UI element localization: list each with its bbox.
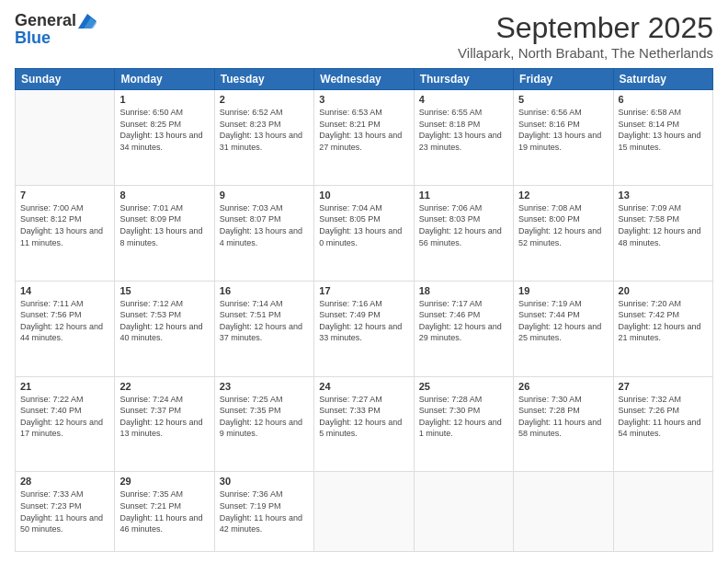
day-number: 6 bbox=[619, 94, 708, 105]
calendar-cell: 26Sunrise: 7:30 AMSunset: 7:28 PMDayligh… bbox=[514, 376, 613, 472]
cell-info: Sunrise: 7:03 AMSunset: 8:07 PMDaylight:… bbox=[220, 202, 309, 248]
col-header-friday: Friday bbox=[514, 69, 613, 90]
day-number: 29 bbox=[119, 476, 209, 487]
logo-icon bbox=[78, 14, 97, 29]
calendar-week-3: 14Sunrise: 7:11 AMSunset: 7:56 PMDayligh… bbox=[16, 281, 713, 376]
day-number: 11 bbox=[419, 190, 508, 201]
day-number: 30 bbox=[220, 476, 309, 487]
calendar-cell: 30Sunrise: 7:36 AMSunset: 7:19 PMDayligh… bbox=[214, 472, 313, 552]
cell-info: Sunrise: 6:58 AMSunset: 8:14 PMDaylight:… bbox=[619, 107, 708, 153]
col-header-wednesday: Wednesday bbox=[314, 69, 414, 90]
calendar-cell bbox=[16, 90, 115, 186]
cell-info: Sunrise: 7:16 AMSunset: 7:49 PMDaylight:… bbox=[319, 298, 408, 344]
day-number: 15 bbox=[119, 285, 209, 296]
day-number: 13 bbox=[619, 190, 708, 201]
calendar-header-row: SundayMondayTuesdayWednesdayThursdayFrid… bbox=[16, 69, 713, 90]
logo: General Blue bbox=[15, 11, 97, 48]
day-number: 14 bbox=[20, 285, 109, 296]
cell-info: Sunrise: 7:17 AMSunset: 7:46 PMDaylight:… bbox=[419, 298, 508, 344]
location: Villapark, North Brabant, The Netherland… bbox=[458, 45, 713, 61]
calendar-cell: 29Sunrise: 7:35 AMSunset: 7:21 PMDayligh… bbox=[115, 472, 214, 552]
calendar-cell: 13Sunrise: 7:09 AMSunset: 7:58 PMDayligh… bbox=[613, 185, 712, 281]
calendar-cell: 16Sunrise: 7:14 AMSunset: 7:51 PMDayligh… bbox=[214, 281, 313, 376]
calendar-cell: 17Sunrise: 7:16 AMSunset: 7:49 PMDayligh… bbox=[314, 281, 414, 376]
calendar-cell: 20Sunrise: 7:20 AMSunset: 7:42 PMDayligh… bbox=[613, 281, 712, 376]
day-number: 28 bbox=[20, 476, 109, 487]
cell-info: Sunrise: 7:09 AMSunset: 7:58 PMDaylight:… bbox=[619, 202, 708, 248]
cell-info: Sunrise: 7:22 AMSunset: 7:40 PMDaylight:… bbox=[20, 394, 109, 440]
col-header-thursday: Thursday bbox=[414, 69, 513, 90]
calendar-cell: 23Sunrise: 7:25 AMSunset: 7:35 PMDayligh… bbox=[214, 376, 313, 472]
day-number: 12 bbox=[518, 190, 608, 201]
calendar-cell: 18Sunrise: 7:17 AMSunset: 7:46 PMDayligh… bbox=[414, 281, 513, 376]
day-number: 4 bbox=[419, 94, 508, 105]
day-number: 7 bbox=[20, 190, 109, 201]
calendar-cell bbox=[613, 472, 712, 552]
col-header-saturday: Saturday bbox=[613, 69, 712, 90]
cell-info: Sunrise: 7:00 AMSunset: 8:12 PMDaylight:… bbox=[20, 202, 109, 248]
cell-info: Sunrise: 7:01 AMSunset: 8:09 PMDaylight:… bbox=[119, 202, 209, 248]
calendar-cell: 9Sunrise: 7:03 AMSunset: 8:07 PMDaylight… bbox=[214, 185, 313, 281]
calendar-cell: 2Sunrise: 6:52 AMSunset: 8:23 PMDaylight… bbox=[214, 90, 313, 186]
calendar-cell: 27Sunrise: 7:32 AMSunset: 7:26 PMDayligh… bbox=[613, 376, 712, 472]
calendar-cell: 6Sunrise: 6:58 AMSunset: 8:14 PMDaylight… bbox=[613, 90, 712, 186]
calendar-cell: 19Sunrise: 7:19 AMSunset: 7:44 PMDayligh… bbox=[514, 281, 613, 376]
day-number: 20 bbox=[619, 285, 708, 296]
cell-info: Sunrise: 6:50 AMSunset: 8:25 PMDaylight:… bbox=[119, 107, 209, 153]
calendar-cell: 4Sunrise: 6:55 AMSunset: 8:18 PMDaylight… bbox=[414, 90, 513, 186]
calendar-cell: 8Sunrise: 7:01 AMSunset: 8:09 PMDaylight… bbox=[115, 185, 214, 281]
cell-info: Sunrise: 6:53 AMSunset: 8:21 PMDaylight:… bbox=[319, 107, 408, 153]
cell-info: Sunrise: 6:52 AMSunset: 8:23 PMDaylight:… bbox=[220, 107, 309, 153]
day-number: 8 bbox=[119, 190, 209, 201]
cell-info: Sunrise: 7:30 AMSunset: 7:28 PMDaylight:… bbox=[518, 394, 608, 440]
calendar-cell: 24Sunrise: 7:27 AMSunset: 7:33 PMDayligh… bbox=[314, 376, 414, 472]
cell-info: Sunrise: 7:28 AMSunset: 7:30 PMDaylight:… bbox=[419, 394, 508, 440]
cell-info: Sunrise: 7:12 AMSunset: 7:53 PMDaylight:… bbox=[119, 298, 209, 344]
cell-info: Sunrise: 7:33 AMSunset: 7:23 PMDaylight:… bbox=[20, 488, 109, 534]
calendar-week-2: 7Sunrise: 7:00 AMSunset: 8:12 PMDaylight… bbox=[16, 185, 713, 281]
day-number: 5 bbox=[518, 94, 608, 105]
day-number: 17 bbox=[319, 285, 408, 296]
calendar-cell: 28Sunrise: 7:33 AMSunset: 7:23 PMDayligh… bbox=[16, 472, 115, 552]
calendar-table: SundayMondayTuesdayWednesdayThursdayFrid… bbox=[15, 68, 713, 552]
cell-info: Sunrise: 7:14 AMSunset: 7:51 PMDaylight:… bbox=[220, 298, 309, 344]
cell-info: Sunrise: 7:19 AMSunset: 7:44 PMDaylight:… bbox=[518, 298, 608, 344]
day-number: 21 bbox=[20, 381, 109, 392]
calendar-cell bbox=[514, 472, 613, 552]
col-header-sunday: Sunday bbox=[16, 69, 115, 90]
day-number: 3 bbox=[319, 94, 408, 105]
calendar-week-5: 28Sunrise: 7:33 AMSunset: 7:23 PMDayligh… bbox=[16, 472, 713, 552]
logo-general: General bbox=[15, 11, 76, 30]
day-number: 1 bbox=[119, 94, 209, 105]
title-block: September 2025 Villapark, North Brabant,… bbox=[458, 11, 713, 61]
col-header-tuesday: Tuesday bbox=[214, 69, 313, 90]
calendar-cell: 11Sunrise: 7:06 AMSunset: 8:03 PMDayligh… bbox=[414, 185, 513, 281]
cell-info: Sunrise: 7:04 AMSunset: 8:05 PMDaylight:… bbox=[319, 202, 408, 248]
cell-info: Sunrise: 7:20 AMSunset: 7:42 PMDaylight:… bbox=[619, 298, 708, 344]
col-header-monday: Monday bbox=[115, 69, 214, 90]
cell-info: Sunrise: 7:24 AMSunset: 7:37 PMDaylight:… bbox=[119, 394, 209, 440]
cell-info: Sunrise: 7:27 AMSunset: 7:33 PMDaylight:… bbox=[319, 394, 408, 440]
calendar-cell bbox=[414, 472, 513, 552]
cell-info: Sunrise: 7:36 AMSunset: 7:19 PMDaylight:… bbox=[220, 488, 309, 534]
month-title: September 2025 bbox=[458, 11, 713, 45]
calendar-week-4: 21Sunrise: 7:22 AMSunset: 7:40 PMDayligh… bbox=[16, 376, 713, 472]
cell-info: Sunrise: 7:06 AMSunset: 8:03 PMDaylight:… bbox=[419, 202, 508, 248]
day-number: 26 bbox=[518, 381, 608, 392]
calendar-cell: 3Sunrise: 6:53 AMSunset: 8:21 PMDaylight… bbox=[314, 90, 414, 186]
cell-info: Sunrise: 7:25 AMSunset: 7:35 PMDaylight:… bbox=[220, 394, 309, 440]
cell-info: Sunrise: 7:35 AMSunset: 7:21 PMDaylight:… bbox=[119, 488, 209, 534]
cell-info: Sunrise: 7:11 AMSunset: 7:56 PMDaylight:… bbox=[20, 298, 109, 344]
day-number: 19 bbox=[518, 285, 608, 296]
day-number: 23 bbox=[220, 381, 309, 392]
calendar-week-1: 1Sunrise: 6:50 AMSunset: 8:25 PMDaylight… bbox=[16, 90, 713, 186]
calendar-cell: 1Sunrise: 6:50 AMSunset: 8:25 PMDaylight… bbox=[115, 90, 214, 186]
day-number: 24 bbox=[319, 381, 408, 392]
calendar-cell: 25Sunrise: 7:28 AMSunset: 7:30 PMDayligh… bbox=[414, 376, 513, 472]
calendar-cell: 5Sunrise: 6:56 AMSunset: 8:16 PMDaylight… bbox=[514, 90, 613, 186]
calendar-cell: 7Sunrise: 7:00 AMSunset: 8:12 PMDaylight… bbox=[16, 185, 115, 281]
cell-info: Sunrise: 7:08 AMSunset: 8:00 PMDaylight:… bbox=[518, 202, 608, 248]
calendar-cell: 14Sunrise: 7:11 AMSunset: 7:56 PMDayligh… bbox=[16, 281, 115, 376]
calendar-cell: 12Sunrise: 7:08 AMSunset: 8:00 PMDayligh… bbox=[514, 185, 613, 281]
logo-blue: Blue bbox=[15, 29, 97, 48]
